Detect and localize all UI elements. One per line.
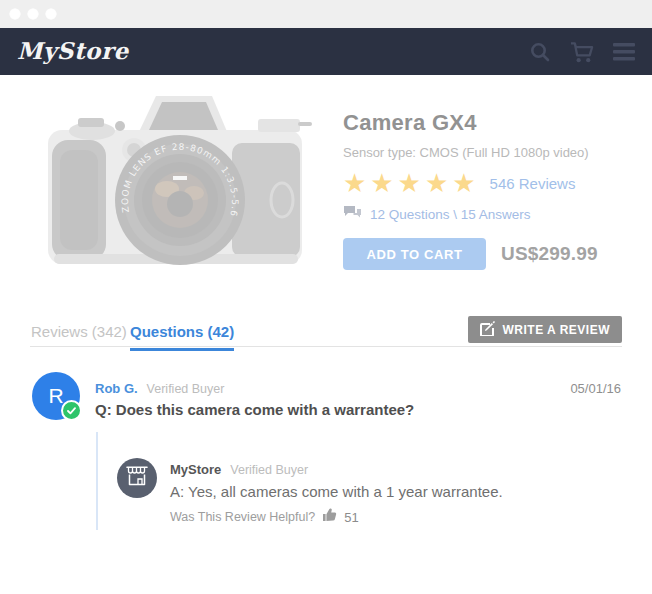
star-rating-icon: ★★★★★ <box>343 170 480 196</box>
rating-row: ★★★★★ 546 Reviews <box>343 170 633 196</box>
question-meta: Rob G. Verified Buyer <box>95 381 224 396</box>
answer-thread-line <box>96 432 98 530</box>
answer-text: A: Yes, all cameras come with a 1 year w… <box>170 483 503 500</box>
top-navbar: MyStore <box>0 28 652 75</box>
avatar-initial: R <box>48 384 63 408</box>
helpful-count[interactable]: 51 <box>344 510 358 525</box>
search-icon[interactable] <box>528 40 552 64</box>
menu-icon[interactable] <box>612 40 636 64</box>
question-text: Q: Does this camera come with a warrante… <box>95 401 414 418</box>
write-review-button[interactable]: WRITE A REVIEW <box>468 316 622 343</box>
product-subtitle: Sensor type: CMOS (Full HD 1080p video) <box>343 145 633 160</box>
questions-answers-row: 12 Questions \ 15 Answers <box>343 205 633 224</box>
answer-author-avatar <box>117 458 157 498</box>
navbar-icons <box>528 40 636 64</box>
question-date: 05/01/16 <box>570 381 621 396</box>
storefront-icon <box>126 466 148 491</box>
product-page: MyStore <box>0 0 652 594</box>
answer-author-name: MyStore <box>170 462 221 477</box>
chat-bubbles-icon <box>343 205 362 224</box>
product-image: ZOOM LENS EF 28-80mm 1:3.5-5.6 <box>30 88 322 284</box>
product-info: Camera GX4 Sensor type: CMOS (Full HD 10… <box>343 110 633 270</box>
tabs-divider <box>30 346 622 347</box>
thumbs-up-icon[interactable] <box>322 508 337 526</box>
question-author-name[interactable]: Rob G. <box>95 381 138 396</box>
write-review-label: WRITE A REVIEW <box>503 323 610 337</box>
helpful-row: Was This Review Helpful? 51 <box>170 508 359 526</box>
product-price: US$299.99 <box>501 243 598 265</box>
reviews-count-link[interactable]: 546 Reviews <box>490 175 576 192</box>
window-dot[interactable] <box>45 8 57 20</box>
window-dot[interactable] <box>27 8 39 20</box>
questions-answers-link[interactable]: 12 Questions \ 15 Answers <box>370 207 531 222</box>
answer-meta: MyStore Verified Buyer <box>170 462 308 477</box>
browser-chrome-bar <box>0 0 652 28</box>
edit-pencil-icon <box>480 321 495 339</box>
cart-icon[interactable] <box>570 40 594 64</box>
window-dot[interactable] <box>9 8 21 20</box>
window-control-dots <box>9 8 57 20</box>
buy-row: ADD TO CART US$299.99 <box>343 238 633 270</box>
tab-reviews[interactable]: Reviews (342) <box>31 323 127 340</box>
tab-questions[interactable]: Questions (42) <box>130 323 234 351</box>
add-to-cart-button[interactable]: ADD TO CART <box>343 238 486 270</box>
helpful-question-label: Was This Review Helpful? <box>170 510 315 524</box>
verified-buyer-label: Verified Buyer <box>230 463 308 477</box>
verified-buyer-label: Verified Buyer <box>147 382 225 396</box>
product-title: Camera GX4 <box>343 110 633 136</box>
store-logo[interactable]: MyStore <box>17 37 129 64</box>
verified-check-icon <box>61 400 82 421</box>
